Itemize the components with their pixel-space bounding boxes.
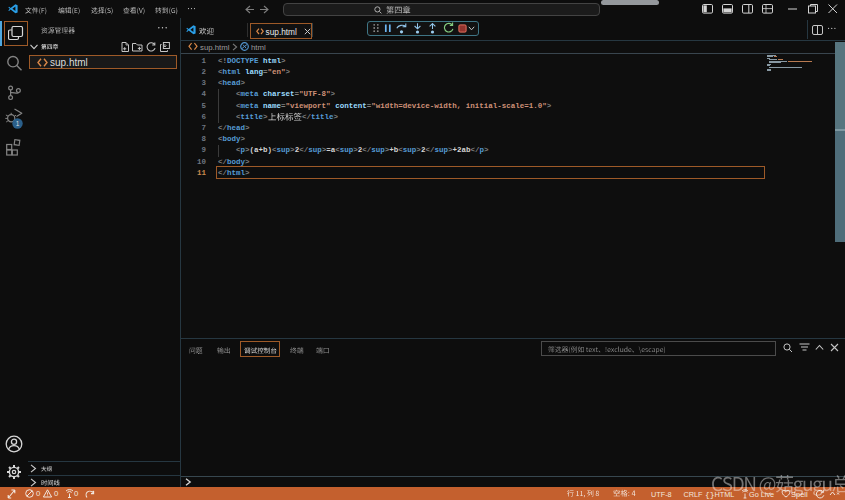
svg-text:1: 1 xyxy=(16,120,20,127)
